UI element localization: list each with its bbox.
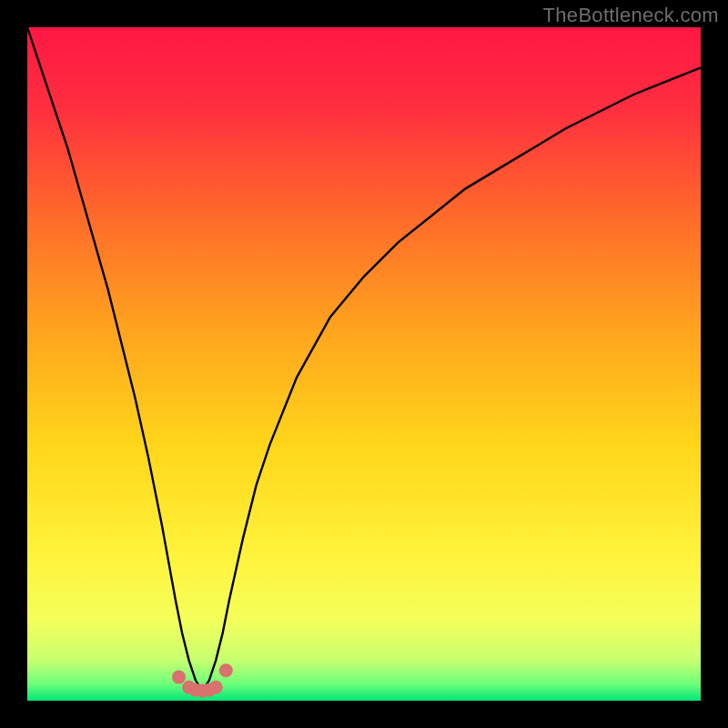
dip-marker-dot bbox=[209, 681, 223, 694]
dip-marker-dot bbox=[219, 663, 233, 677]
chart-svg bbox=[27, 27, 701, 701]
gradient-fill-rect bbox=[27, 27, 701, 701]
dip-marker-dot bbox=[172, 671, 186, 684]
chart-frame: TheBottleneck.com bbox=[0, 0, 728, 728]
watermark-text: TheBottleneck.com bbox=[543, 4, 719, 27]
plot-area bbox=[27, 27, 701, 701]
